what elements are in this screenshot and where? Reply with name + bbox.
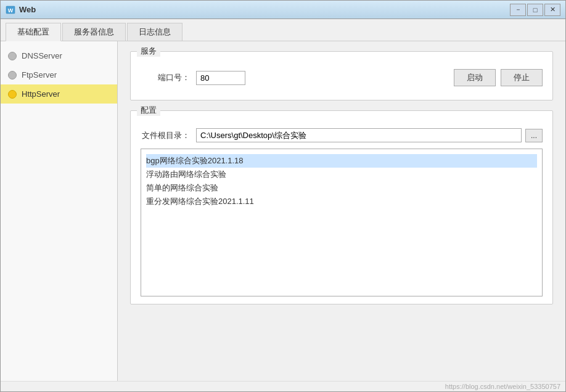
sidebar-label-ftp: FtpServer bbox=[22, 70, 57, 80]
main-content: DNSServer FtpServer HttpServer 服务 端口号： bbox=[1, 41, 565, 381]
window-controls: － □ ✕ bbox=[510, 4, 560, 16]
tab-server[interactable]: 服务器信息 bbox=[62, 23, 126, 41]
sidebar-item-dns[interactable]: DNSServer bbox=[1, 46, 117, 65]
sidebar-item-ftp[interactable]: FtpServer bbox=[1, 65, 117, 84]
sidebar: DNSServer FtpServer HttpServer bbox=[1, 41, 118, 381]
tab-log[interactable]: 日志信息 bbox=[127, 23, 183, 41]
title-bar: W Web － □ ✕ bbox=[1, 1, 565, 19]
sidebar-item-http[interactable]: HttpServer bbox=[1, 84, 117, 104]
root-dir-row: 文件根目录： ... bbox=[141, 128, 543, 142]
start-button[interactable]: 启动 bbox=[454, 69, 496, 86]
app-icon: W bbox=[6, 5, 15, 15]
svg-text:W: W bbox=[8, 7, 14, 14]
port-row: 端口号： 启动 停止 bbox=[141, 69, 543, 86]
dns-status-dot bbox=[8, 52, 17, 60]
service-section-body: 端口号： 启动 停止 bbox=[131, 59, 552, 100]
list-item: bgp网络综合实验2021.1.18 bbox=[146, 154, 537, 168]
window-title: Web bbox=[19, 5, 510, 14]
maximize-button[interactable]: □ bbox=[527, 4, 543, 16]
sidebar-label-dns: DNSServer bbox=[22, 51, 62, 60]
close-button[interactable]: ✕ bbox=[544, 4, 560, 16]
watermark: https://blog.csdn.net/weixin_53350757 bbox=[1, 381, 565, 391]
config-section-body: 文件根目录： ... bgp网络综合实验2021.1.18 浮动路由网络综合实验… bbox=[131, 118, 552, 304]
stop-button[interactable]: 停止 bbox=[501, 69, 543, 86]
port-label: 端口号： bbox=[141, 72, 190, 83]
tab-bar: 基础配置 服务器信息 日志信息 bbox=[1, 19, 565, 41]
list-item: 重分发网络综合实验2021.1.11 bbox=[146, 195, 537, 208]
content-area: 服务 端口号： 启动 停止 配置 文件根目录： bbox=[118, 41, 565, 381]
ftp-status-dot bbox=[8, 71, 17, 80]
config-section-title: 配置 bbox=[137, 105, 160, 116]
http-status-dot bbox=[8, 90, 17, 99]
tab-basic[interactable]: 基础配置 bbox=[6, 23, 61, 41]
list-item: 浮动路由网络综合实验 bbox=[146, 168, 537, 181]
minimize-button[interactable]: － bbox=[510, 4, 526, 16]
service-section: 服务 端口号： 启动 停止 bbox=[130, 51, 553, 100]
root-dir-input[interactable] bbox=[196, 128, 522, 142]
config-section: 配置 文件根目录： ... bgp网络综合实验2021.1.18 浮动路由网络综… bbox=[130, 110, 553, 304]
port-input[interactable] bbox=[196, 71, 245, 85]
service-section-title: 服务 bbox=[137, 46, 160, 57]
list-item: 简单的网络综合实验 bbox=[146, 181, 537, 195]
main-window: W Web － □ ✕ 基础配置 服务器信息 日志信息 DNSServer Ft… bbox=[0, 0, 566, 392]
sidebar-label-http: HttpServer bbox=[22, 89, 60, 99]
root-dir-label: 文件根目录： bbox=[141, 130, 190, 141]
browse-button[interactable]: ... bbox=[525, 129, 543, 142]
file-list: bgp网络综合实验2021.1.18 浮动路由网络综合实验 简单的网络综合实验 … bbox=[141, 149, 543, 296]
